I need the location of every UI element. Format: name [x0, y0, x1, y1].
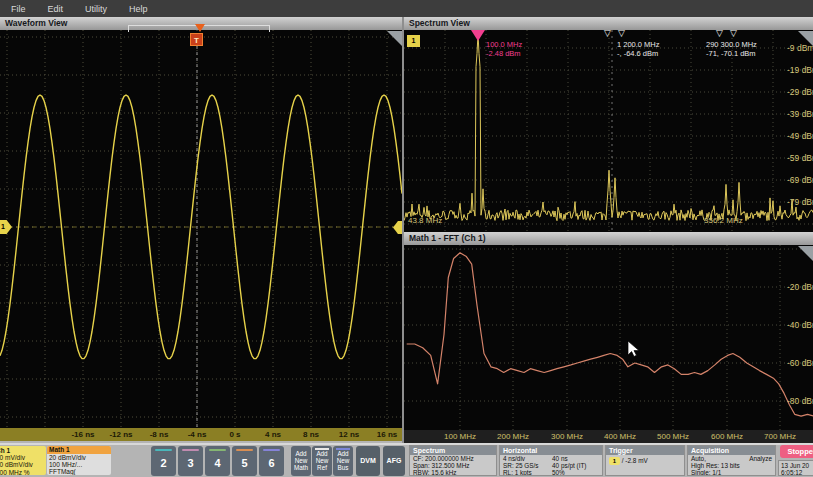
add-bus-stripe	[336, 448, 350, 450]
time-label: 8 ns	[297, 430, 325, 439]
db-label: -80 dBm	[787, 396, 813, 406]
acq-single: Single: 1/1	[688, 469, 775, 476]
menu-file[interactable]: File	[0, 4, 37, 14]
peak-marker-icon[interactable]	[471, 30, 485, 41]
ch1-badge-bandwidth: 500 MHz %	[0, 469, 46, 475]
stopped-badge[interactable]: Stopped	[780, 445, 813, 458]
marker-b-freq: 290 300.0 MHz	[706, 40, 757, 49]
channel-5-stripe	[236, 449, 253, 451]
channel-5-button[interactable]: 5	[232, 446, 257, 476]
freq-label: 500 MHz	[651, 432, 695, 441]
channel-4-button[interactable]: 4	[205, 446, 230, 476]
channel-6-stripe	[263, 449, 280, 451]
acq-highres: High Res: 13 bits	[688, 462, 775, 469]
math1-badge[interactable]: Math 1 20 dBmV/div 100 MHz/... FFTMag(	[47, 446, 111, 475]
trigger-level: -2.8 mV	[625, 457, 647, 464]
channel-2-button[interactable]: 2	[151, 446, 176, 476]
spectrum-source-badge[interactable]: 1	[407, 35, 420, 47]
acquisition-info-panel[interactable]: Acquisition Auto, Analyze High Res: 13 b…	[687, 445, 776, 476]
db-label: -69 dBm	[787, 175, 813, 185]
menu-bar: File Edit Utility Help	[0, 0, 813, 17]
time-label: 12 ns	[335, 430, 363, 439]
h-window: 40 ns	[549, 455, 568, 462]
trigger-flag-icon[interactable]: T	[190, 33, 203, 46]
spectrum-trace-plot	[404, 30, 813, 232]
h-samplerate: SR: 25 GS/s	[500, 462, 549, 469]
marker-triangle-icon[interactable]: ▽	[604, 28, 611, 38]
spectrum-rbw: RBW: 15.6 kHz	[410, 469, 496, 476]
spectrum-info-panel[interactable]: Spectrum CF: 200.000000 MHz Span: 312.50…	[409, 445, 497, 476]
time-label: 4 ns	[259, 430, 287, 439]
ch1-badge-spectrum-scale: 10 dBmV/div	[0, 461, 46, 468]
marker-triangle-icon[interactable]: ▽	[730, 28, 737, 38]
trigger-panel-title: Trigger	[606, 446, 684, 455]
add-ref-stripe	[315, 448, 329, 450]
add-math-stripe	[294, 448, 308, 450]
db-label: -49 dBm	[787, 131, 813, 141]
freq-min-label: 43.8 MHz	[408, 216, 442, 225]
h-scale: 4 ns/div	[500, 455, 549, 462]
ch1-badge-scale: 70 mV/div	[0, 454, 46, 461]
freq-label: 600 MHz	[705, 432, 749, 441]
marker-triangle-icon[interactable]: ▽	[716, 28, 723, 38]
marker-a-freq: 1 200.0 MHz	[617, 40, 660, 49]
menu-utility[interactable]: Utility	[74, 4, 118, 14]
time-axis: -16 ns -12 ns -8 ns -4 ns 0 s 4 ns 8 ns …	[0, 428, 404, 441]
time-label: 16 ns	[373, 430, 401, 439]
db-label: -39 dBm	[787, 109, 813, 119]
db-label: -59 dBm	[787, 153, 813, 163]
channel-6-button[interactable]: 6	[259, 446, 284, 476]
db-label: -9 dBm	[787, 43, 813, 53]
time-label: -16 ns	[69, 430, 97, 439]
menu-edit[interactable]: Edit	[37, 4, 75, 14]
waveform-trace-plot	[0, 30, 402, 428]
math-freq-axis: 100 MHz 200 MHz 300 MHz 400 MHz 500 MHz …	[404, 430, 813, 443]
channel-4-stripe	[209, 449, 226, 451]
trigger-slope-icon: /	[622, 457, 624, 464]
math-badge-scale: 20 dBmV/div	[47, 454, 111, 461]
db-label: -60 dBm	[787, 358, 813, 368]
math-graticule: -20 dBm -40 dBm -60 dBm -80 dBm	[404, 245, 813, 430]
h-resolution: 40 ps/pt (IT)	[549, 462, 586, 469]
marker-b-ampl: -71, -70.1 dBm	[706, 49, 756, 58]
add-new-math-button[interactable]: AddNewMath	[291, 446, 311, 476]
math-badge-function: FFTMag(	[47, 468, 111, 475]
freq-label: 200 MHz	[491, 432, 535, 441]
channel1-badge[interactable]: Ch 1 70 mV/div 10 dBmV/div 500 MHz %	[0, 446, 46, 475]
horizontal-info-panel[interactable]: Horizontal 4 ns/div40 ns SR: 25 GS/s40 p…	[499, 445, 603, 476]
menu-help[interactable]: Help	[118, 4, 159, 14]
freq-label: 100 MHz	[438, 432, 482, 441]
acquisition-panel-title: Acquisition	[688, 446, 775, 455]
db-label: -40 dBm	[787, 320, 813, 330]
spectrum-panel-title: Spectrum	[410, 446, 496, 455]
dvm-button[interactable]: DVM	[356, 446, 380, 476]
db-label: -20 dBm	[787, 282, 813, 292]
oscilloscope-screen: File Edit Utility Help Waveform View T 1…	[0, 0, 813, 477]
datetime-display: 13 Jun 20 6:05:12	[778, 460, 813, 476]
time-text: 6:05:12	[781, 469, 813, 476]
channel-3-button[interactable]: 3	[178, 446, 203, 476]
time-label: -8 ns	[145, 430, 173, 439]
math-view-title[interactable]: Math 1 - FFT (Ch 1)	[404, 232, 813, 245]
time-label: 0 s	[221, 430, 249, 439]
spectrum-cf: CF: 200.000000 MHz	[410, 455, 496, 462]
trigger-info-panel[interactable]: Trigger 1 / -2.8 mV	[605, 445, 685, 476]
waveform-graticule	[0, 30, 402, 428]
afg-button[interactable]: AFG	[383, 446, 405, 476]
h-recordlength: RL: 1 kpts	[500, 469, 549, 476]
channel-3-stripe	[182, 449, 199, 451]
marker-a-ampl: -, -64.6 dBm	[617, 49, 658, 58]
marker-triangle-icon[interactable]: ▽	[618, 28, 625, 38]
add-new-bus-button[interactable]: AddNewBus	[333, 446, 353, 476]
peak-marker-ampl: -2.48 dBm	[486, 49, 521, 58]
freq-max-label: 356.2 MHz	[704, 216, 743, 225]
freq-label: 300 MHz	[545, 432, 589, 441]
freq-label: 700 MHz	[758, 432, 802, 441]
spectrum-span: Span: 312.500 MHz	[410, 462, 496, 469]
db-label: -29 dBm	[787, 87, 813, 97]
ch1-badge-title: Ch 1	[0, 447, 46, 454]
mouse-cursor-icon	[627, 340, 641, 358]
add-new-ref-button[interactable]: AddNewRef	[312, 446, 332, 476]
time-label: -12 ns	[107, 430, 135, 439]
trigger-position-icon[interactable]	[195, 24, 205, 32]
